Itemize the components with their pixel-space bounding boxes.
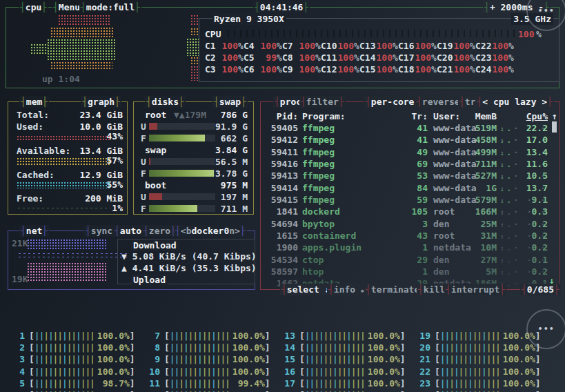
core-usage-cell: C4 100 % bbox=[244, 40, 282, 52]
disk-io-indicator: ▼▲179M bbox=[174, 109, 206, 121]
disk-used-bar bbox=[149, 193, 215, 200]
core-value: 100 bbox=[337, 52, 354, 63]
meter-close-bracket: ] bbox=[400, 378, 406, 389]
process-pid: 59414 bbox=[264, 182, 298, 194]
process-cpu: 10.5 bbox=[511, 170, 548, 182]
meter-close-bracket: ] bbox=[130, 366, 135, 378]
core-value: 100 bbox=[492, 40, 508, 52]
memory-graph-toggle[interactable]: graph bbox=[81, 96, 121, 108]
process-cpu: 0.2 bbox=[511, 218, 548, 230]
net-zero-toggle[interactable]: zero bbox=[142, 225, 177, 237]
process-row[interactable]: 59415 ffmpeg 59 www-data 579M · · · · ..… bbox=[261, 194, 559, 206]
core-number: 21 bbox=[414, 353, 430, 365]
core-number: 11 bbox=[143, 378, 160, 389]
core-value: 100 bbox=[376, 40, 393, 52]
process-program: bpytop bbox=[302, 218, 335, 230]
meter-open-bracket: [ bbox=[435, 366, 440, 378]
process-row[interactable]: 58597 htop 1 den 5M · · · · .. 0.2 bbox=[261, 266, 559, 277]
disk-used-label: U bbox=[141, 191, 146, 203]
process-row[interactable]: 59414 ffmpeg 84 www-data 1G · · · · .. 1… bbox=[261, 182, 559, 194]
cpu-box: cpu Menu mode:full 04:41:46 + 2000ms - u… bbox=[6, 7, 559, 88]
interface-next-key[interactable]: n> bbox=[229, 226, 240, 236]
disk-used-value: 56.5 M bbox=[215, 156, 248, 168]
mem-free-label: Free: bbox=[17, 193, 43, 204]
process-row[interactable]: 59413 ffmpeg 53 www-data 527M · · · · ..… bbox=[261, 170, 559, 182]
disks-swap-toggle[interactable]: swap bbox=[212, 96, 248, 108]
disk-free-label: F bbox=[141, 203, 146, 215]
core-number: 6 bbox=[8, 389, 25, 392]
core-usage-cell: C8 100 % bbox=[282, 52, 321, 63]
core-meter-row: 10 [ ||||||||||||| 100.0% ] bbox=[143, 366, 279, 378]
net-download-graph bbox=[27, 239, 108, 251]
upload-speed: ▲ 4.41 KiB/s (35.3 Kibps) bbox=[121, 262, 257, 274]
proc-selection-count: 0/685 bbox=[520, 284, 561, 295]
column-header-program[interactable]: Program: bbox=[302, 110, 346, 122]
interface-prev-key[interactable]: <b bbox=[181, 226, 192, 236]
core-number: 19 bbox=[414, 330, 430, 342]
disks-box-title: disks bbox=[145, 96, 186, 108]
core-usage-cell: C13 100 % bbox=[359, 40, 398, 52]
meter-open-bracket: [ bbox=[164, 389, 170, 392]
meter-open-bracket: [ bbox=[29, 366, 34, 378]
process-row[interactable]: 54534 ctop 29 den 27M · · · · .. 0.1 bbox=[261, 254, 559, 266]
column-header-user[interactable]: User: bbox=[433, 110, 460, 122]
process-row[interactable]: 54694 bpytop 3 den 25M · · · · .. 0.2 bbox=[261, 218, 559, 230]
process-row[interactable]: 59405 ffmpeg 41 www-data 519M · · · · ..… bbox=[261, 122, 559, 134]
mem-free-graph bbox=[17, 206, 110, 210]
column-header-cpu[interactable]: Cpu% bbox=[511, 110, 548, 122]
core-meter-value: 100.0% bbox=[366, 353, 400, 365]
column-header-threads[interactable]: Tr: bbox=[390, 110, 428, 122]
proc-filter-button[interactable]: filter bbox=[299, 96, 346, 108]
process-program: apps.plugin bbox=[302, 242, 361, 253]
core-percent-sign: % bbox=[470, 63, 475, 75]
disk-name: boot bbox=[145, 179, 166, 191]
core-meter-row: 18 [ ||||||||||||| 100.0% ] bbox=[279, 389, 414, 392]
proc-per-core-toggle[interactable]: per-core bbox=[364, 96, 421, 108]
meter-close-bracket: ] bbox=[400, 353, 406, 365]
core-label: C4 bbox=[244, 40, 260, 52]
process-pid: 59405 bbox=[264, 122, 298, 134]
network-box: net sync auto zero <bdocker0n> 21K 19K D… bbox=[8, 231, 255, 290]
core-usage-cell: C1 100 % bbox=[205, 40, 244, 52]
core-usage-cell: C11 100 % bbox=[321, 52, 359, 63]
control-bar-toggle-bottom[interactable]: ••• bbox=[526, 309, 565, 349]
process-row[interactable]: 59411 ffmpeg 49 www-data 499M · · · · ..… bbox=[261, 146, 559, 158]
meter-close-bracket: ] bbox=[535, 366, 541, 378]
column-header-pid[interactable]: Pid: bbox=[264, 110, 298, 122]
cpu-graph-segment bbox=[50, 61, 112, 70]
proc-scrollbar-thumb[interactable] bbox=[552, 121, 557, 133]
net-graph-midline bbox=[17, 252, 128, 260]
cpu-total-label: CPU bbox=[205, 28, 221, 40]
column-header-mem[interactable]: MemB bbox=[461, 110, 497, 122]
net-interface-switcher[interactable]: <bdocker0n> bbox=[174, 225, 247, 237]
proc-sort-selector[interactable]: < cpu lazy > bbox=[475, 96, 554, 108]
process-row[interactable]: 1615 containerd 43 root 31M · · · · .. 0… bbox=[261, 230, 559, 242]
process-box: proc filter per-core reverse tree < cpu … bbox=[260, 101, 560, 290]
core-label: C17 bbox=[398, 52, 415, 63]
core-usage-cell: C21 100 % bbox=[437, 63, 475, 75]
process-row[interactable]: 59416 ffmpeg 69 www-data 711M · · · · ..… bbox=[261, 158, 559, 170]
core-label: C5 bbox=[244, 52, 260, 63]
process-program: containerd bbox=[302, 230, 356, 242]
core-meter-value: 100.0% bbox=[230, 389, 265, 392]
meter-open-bracket: [ bbox=[164, 353, 170, 365]
process-pid: 59412 bbox=[264, 134, 298, 146]
process-pid: 59411 bbox=[264, 146, 298, 158]
process-row[interactable]: 59412 ffmpeg 41 www-data 458M · · · · ..… bbox=[261, 134, 559, 146]
core-meter-value: 100.0% bbox=[230, 353, 265, 365]
meter-bar: ||||||||||||| bbox=[305, 389, 366, 392]
core-meter-value: 100.0% bbox=[230, 366, 265, 378]
disks-box: disks swap root ▼▲179M 786 G U 91.9 G F … bbox=[133, 101, 254, 215]
process-user: root bbox=[433, 206, 455, 217]
meter-close-bracket: ] bbox=[535, 389, 541, 392]
process-row[interactable]: 1841 dockerd 105 root 166M · · · · .. 0.… bbox=[261, 206, 559, 217]
process-program: ctop bbox=[302, 254, 324, 266]
cpu-graph-segment bbox=[30, 43, 48, 54]
process-cpu: 0.2 bbox=[511, 230, 548, 242]
mode-toggle[interactable]: mode:full bbox=[79, 1, 141, 13]
more-dots-icon: ••• bbox=[538, 323, 555, 335]
core-number: 22 bbox=[414, 366, 430, 378]
core-usage-cell: C16 100 % bbox=[398, 40, 437, 52]
process-row[interactable]: 1900 apps.plugin 1 netdata 10M · · · · .… bbox=[261, 242, 559, 253]
proc-interrupt-button[interactable]: interrupt bbox=[444, 284, 506, 295]
